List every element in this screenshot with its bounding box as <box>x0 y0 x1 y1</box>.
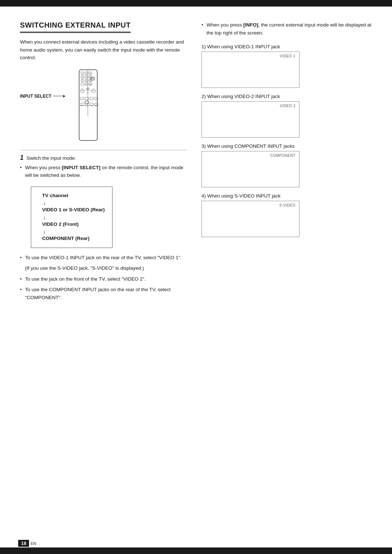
tv-label-4: S-VIDEO <box>279 203 295 207</box>
svg-text:0: 0 <box>86 83 87 85</box>
when-item-2: 2) When using VIDEO-2 INPUT jack VIDEO 2 <box>201 94 372 138</box>
flow-diagram: TV channel ↓ VIDEO 1 or S-VIDEO (Rear) ↓… <box>31 187 113 248</box>
bullet3: To use the jack on the front of the TV, … <box>20 275 187 283</box>
bullet2a: To use the VIDEO-1 INPUT jack on the rea… <box>20 254 187 262</box>
tv-label-2: VIDEO 2 <box>280 104 295 108</box>
svg-rect-38 <box>90 97 93 100</box>
svg-rect-40 <box>85 101 89 103</box>
svg-text:RECALL: RECALL <box>90 79 95 80</box>
svg-text:7: 7 <box>82 80 83 82</box>
input-select-label: INPUT SELECT <box>20 94 52 99</box>
svg-text:VOL▽: VOL▽ <box>91 90 95 91</box>
page-number: 18 <box>18 540 29 547</box>
svg-text:▽VOL: ▽VOL <box>81 90 84 91</box>
flow-item-2: VIDEO 1 or S-VIDEO (Rear) <box>42 206 105 213</box>
top-bar <box>0 0 392 7</box>
flow-arrow-3: ↓ <box>43 228 105 235</box>
when-label-3: 3) When using COMPONENT INPUT jacks <box>201 143 372 149</box>
left-column: SWITCHING EXTERNAL INPUT When you connec… <box>20 21 187 533</box>
step1-bullet1: When you press [INPUT SELECT] on the rem… <box>20 164 187 179</box>
svg-text:SELECT: SELECT <box>85 105 89 107</box>
tv-screen-3: COMPONENT <box>201 151 299 187</box>
svg-text:1: 1 <box>82 72 83 74</box>
right-intro-bullet: When you press [INFO], the current exter… <box>201 21 372 37</box>
tv-label-1: VIDEO 1 <box>280 54 295 58</box>
tv-label-3: COMPONENT <box>270 154 296 158</box>
bullet2b: (If you use the S-VIDEO jack, "S-VIDEO" … <box>20 264 187 272</box>
tv-screen-2: VIDEO 2 <box>201 101 299 138</box>
when-label-2: 2) When using VIDEO-2 INPUT jack <box>201 94 372 99</box>
step1-text: Switch the input mode. <box>26 155 76 161</box>
flow-arrow-1: ↓ <box>43 199 105 206</box>
step-number: 1 <box>20 154 24 162</box>
flow-item-3: VIDEO 2 (Front) <box>42 221 105 228</box>
page-number-area: 18 EN <box>18 540 36 547</box>
right-column: When you press [INFO], the current exter… <box>201 21 372 533</box>
step1-section: 1 Switch the input mode. When you press … <box>20 150 187 302</box>
svg-text:▼: ▼ <box>87 92 89 94</box>
tv-screen-4: S-VIDEO <box>201 201 299 237</box>
svg-text:▲: ▲ <box>87 87 89 89</box>
svg-text:8: 8 <box>86 80 87 82</box>
page-lang: EN <box>30 541 36 546</box>
svg-text:5: 5 <box>86 76 87 78</box>
remote-illustration: 1 2 3 4 5 6 7 8 <box>69 69 109 143</box>
when-item-4: 4) When using S-VIDEO INPUT jack S-VIDEO <box>201 193 372 237</box>
when-label-4: 4) When using S-VIDEO INPUT jack <box>201 193 372 199</box>
svg-text:3: 3 <box>90 72 91 74</box>
intro-text: When you connect external devices includ… <box>20 38 187 62</box>
svg-rect-23 <box>81 83 84 85</box>
flow-arrow-2: ↓ <box>43 214 105 221</box>
flow-item-4: COMPONENT (Rear) <box>42 235 105 242</box>
flow-item-1: TV channel <box>42 192 105 199</box>
bottom-bar <box>0 547 392 554</box>
svg-text:4: 4 <box>82 76 83 78</box>
main-content: SWITCHING EXTERNAL INPUT When you connec… <box>0 7 392 547</box>
remote-area: INPUT SELECT 1 <box>20 69 187 143</box>
tv-screen-1: VIDEO 1 <box>201 52 299 88</box>
svg-rect-36 <box>80 97 84 100</box>
section-title: SWITCHING EXTERNAL INPUT <box>20 21 131 33</box>
svg-rect-37 <box>85 97 89 100</box>
when-label-1: 1) When using VIDEO-1 INPUT jack <box>201 44 372 49</box>
when-item-1: 1) When using VIDEO-1 INPUT jack VIDEO 1 <box>201 44 372 88</box>
when-item-3: 3) When using COMPONENT INPUT jacks COMP… <box>201 143 372 187</box>
extra-bullets: To use the VIDEO-1 INPUT jack on the rea… <box>20 254 187 302</box>
bullet4: To use the COMPONENT INPUT jacks on the … <box>20 286 187 301</box>
svg-text:2: 2 <box>86 72 87 74</box>
svg-text:100: 100 <box>89 83 91 85</box>
